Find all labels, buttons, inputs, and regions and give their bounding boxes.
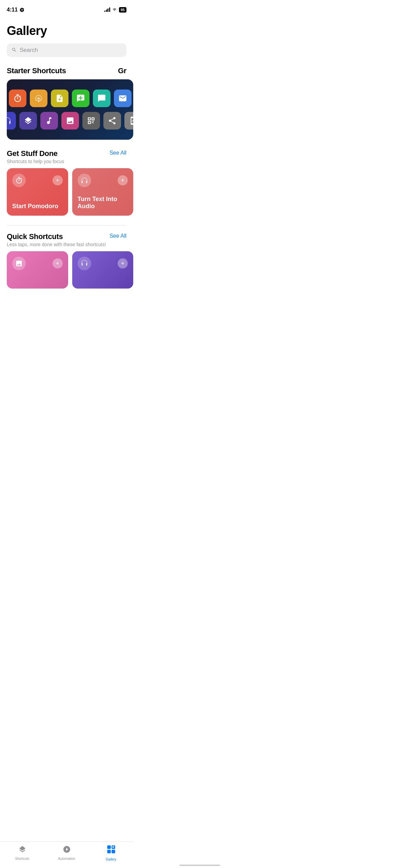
get-stuff-done-title: Get Stuff Done [7, 149, 64, 158]
quick-shortcuts-see-all[interactable]: See All [109, 233, 126, 239]
section-divider [7, 225, 126, 225]
quick-card-top-1: + [12, 257, 63, 270]
starter-icon-mail [114, 90, 132, 107]
starter-icons-row-1 [14, 90, 126, 107]
quick-shortcuts-title: Quick Shortcuts [7, 232, 106, 241]
text-to-audio-add-button[interactable]: + [118, 175, 128, 185]
starter-icon-message-add [72, 90, 89, 107]
starter-icon-airdrop [30, 90, 47, 107]
starter-icon-screenshot [124, 112, 134, 130]
status-time: 4:11 [7, 7, 24, 13]
search-icon [12, 47, 17, 54]
gallery-partial-label: Gr [118, 66, 126, 75]
get-stuff-done-info: Get Stuff Done Shortcuts to help you foc… [7, 149, 64, 164]
quick-shortcuts-info: Quick Shortcuts Less taps, more done wit… [7, 232, 106, 247]
photo-quick-add-button[interactable]: + [53, 258, 63, 269]
starter-banner[interactable] [7, 79, 133, 140]
text-to-audio-card[interactable]: + Turn Text Into Audio [72, 168, 134, 216]
starter-shortcuts-section: Starter Shortcuts Gr [7, 66, 126, 140]
gear-icon [20, 7, 24, 12]
starter-shortcuts-title: Starter Shortcuts [7, 66, 66, 75]
headphone-quick-card[interactable]: + [72, 251, 134, 289]
get-stuff-done-subtitle: Shortcuts to help you focus [7, 159, 64, 164]
quick-card-top-2: + [78, 257, 128, 270]
starter-icon-timer [9, 90, 26, 107]
photo-quick-card[interactable]: + [7, 251, 68, 289]
status-bar: 4:11 95 [0, 0, 133, 17]
starter-icon-layers [19, 112, 37, 130]
search-bar[interactable]: Search [7, 43, 126, 57]
get-stuff-done-cards: + Start Pomodoro + Turn Text Into Audio [7, 168, 133, 216]
quick-shortcuts-header: Quick Shortcuts Less taps, more done wit… [7, 232, 126, 247]
headphone-quick-icon [78, 257, 91, 270]
starter-icon-qr [82, 112, 100, 130]
pomodoro-icon [12, 174, 26, 187]
pomodoro-add-button[interactable]: + [53, 175, 63, 185]
pomodoro-label: Start Pomodoro [12, 203, 63, 210]
get-stuff-done-section: Get Stuff Done Shortcuts to help you foc… [7, 149, 126, 216]
page-title: Gallery [7, 24, 126, 38]
battery-indicator: 95 [119, 7, 126, 13]
starter-icon-music [40, 112, 58, 130]
signal-bars [104, 8, 110, 12]
starter-icon-chat [93, 90, 111, 107]
quick-shortcuts-subtitle: Less taps, more done with these fast sho… [7, 242, 106, 247]
starter-icons-row-2 [14, 112, 126, 130]
start-pomodoro-card[interactable]: + Start Pomodoro [7, 168, 68, 216]
text-to-audio-label: Turn Text Into Audio [78, 196, 128, 210]
headphone-quick-add-button[interactable]: + [118, 258, 128, 269]
quick-shortcuts-section: Quick Shortcuts Less taps, more done wit… [7, 232, 126, 289]
quick-cards: + + [7, 251, 133, 289]
starter-icon-note-add [51, 90, 68, 107]
search-placeholder: Search [20, 47, 38, 54]
card-top-row-2: + [78, 174, 128, 187]
card-top-row: + [12, 174, 63, 187]
starter-icon-photo [61, 112, 79, 130]
get-stuff-done-header: Get Stuff Done Shortcuts to help you foc… [7, 149, 126, 164]
text-to-audio-icon [78, 174, 91, 187]
photo-quick-icon [12, 257, 26, 270]
get-stuff-done-see-all[interactable]: See All [109, 150, 126, 156]
starter-icon-share [103, 112, 121, 130]
main-content: Gallery Search Starter Shortcuts Gr [0, 17, 133, 322]
starter-shortcuts-header: Starter Shortcuts Gr [7, 66, 126, 75]
status-icons: 95 [104, 7, 126, 13]
starter-icon-audio [7, 112, 16, 130]
wifi-icon [112, 7, 117, 13]
